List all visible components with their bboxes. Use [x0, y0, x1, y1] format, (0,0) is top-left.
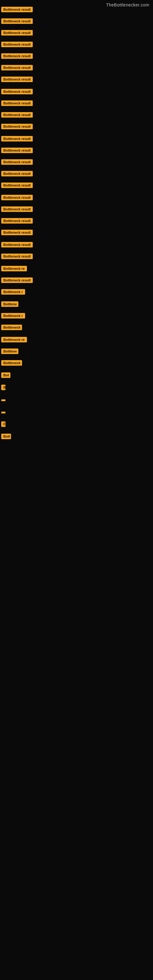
bottleneck-label: Bottlene [1, 301, 18, 307]
bottleneck-label: Bottlene [1, 348, 18, 354]
bottleneck-item: Bottleneck re [1, 266, 27, 272]
bottleneck-item: Bottleneck result [1, 89, 33, 95]
bottleneck-label: Bottleneck result [1, 242, 33, 247]
bottleneck-label: Bottleneck result [1, 254, 33, 259]
bottleneck-item: Bottleneck result [1, 18, 33, 25]
bottleneck-label: Bottleneck result [1, 7, 33, 12]
bottleneck-label [1, 412, 5, 414]
bottleneck-item: Bottleneck r [1, 289, 25, 296]
bottleneck-item: Bott [1, 434, 11, 441]
bottleneck-label: Bot [1, 372, 10, 378]
bottleneck-item: Bottleneck result [1, 277, 33, 284]
bottleneck-label: Bottleneck result [1, 148, 33, 153]
bottleneck-item: Bottleneck [1, 360, 22, 367]
bottleneck-label: Bottleneck [1, 325, 22, 330]
bottleneck-item: Bottleneck result [1, 254, 33, 260]
bottleneck-label: Bottleneck result [1, 65, 33, 70]
bottleneck-item: Bot [1, 372, 10, 379]
bottleneck-item: Bottleneck result [1, 218, 33, 225]
bottleneck-item: Bottleneck result [1, 41, 33, 48]
bottleneck-label: Bottleneck r [1, 313, 25, 318]
bottleneck-item: Bottleneck result [1, 207, 33, 213]
bottleneck-item: Bottleneck result [1, 136, 33, 143]
bottleneck-item: Bottleneck result [1, 65, 33, 72]
bottleneck-label: Bottleneck result [1, 112, 33, 118]
bottleneck-item: Bottleneck result [1, 7, 33, 13]
bottleneck-label [1, 399, 5, 401]
bottleneck-item: B [1, 385, 5, 391]
bottleneck-item [1, 397, 5, 402]
bottleneck-label: Bottleneck re [1, 266, 27, 271]
bottleneck-label: B [1, 385, 5, 390]
bottleneck-item: Bottleneck result [1, 183, 33, 189]
bottleneck-label: Bottleneck result [1, 53, 33, 59]
bottleneck-label: Bottleneck r [1, 289, 25, 294]
bottleneck-label: Bottleneck result [1, 41, 33, 47]
bottleneck-item: Bottleneck [1, 325, 22, 331]
bottleneck-item: Bottleneck re [1, 337, 27, 344]
bottleneck-label: Bottleneck result [1, 207, 33, 212]
bottleneck-label: Bottleneck re [1, 337, 27, 342]
bottleneck-label: Bottleneck result [1, 277, 33, 283]
bottleneck-item: Bottlene [1, 348, 18, 355]
bottleneck-item: Bottleneck result [1, 100, 33, 107]
bottleneck-item: Bottleneck result [1, 230, 33, 236]
bottleneck-item [1, 409, 5, 415]
bottleneck-item: Bottleneck result [1, 159, 33, 166]
bottleneck-item: Bottleneck result [1, 171, 33, 178]
bottleneck-item: Bottlene [1, 301, 18, 308]
bottleneck-item: Bottleneck result [1, 76, 33, 83]
bottleneck-label: Bottleneck result [1, 218, 33, 224]
bottleneck-label: Bott [1, 434, 11, 439]
bottleneck-item: Bottleneck result [1, 195, 33, 202]
bottleneck-label: Bottleneck [1, 360, 22, 366]
bottleneck-item: Bottleneck result [1, 112, 33, 119]
bottleneck-label: Bottleneck result [1, 183, 33, 188]
bottleneck-item: Bottleneck result [1, 148, 33, 154]
bottleneck-item: F [1, 422, 5, 428]
bottleneck-label: Bottleneck result [1, 136, 33, 142]
bottleneck-label: Bottleneck result [1, 159, 33, 165]
bottleneck-item: Bottleneck result [1, 124, 33, 130]
bottleneck-label: Bottleneck result [1, 100, 33, 106]
bottleneck-item: Bottleneck r [1, 313, 25, 320]
bottleneck-label: Bottleneck result [1, 18, 33, 24]
bottleneck-label: Bottleneck result [1, 76, 33, 82]
bottleneck-label: Bottleneck result [1, 171, 33, 177]
bottleneck-label: Bottleneck result [1, 30, 33, 35]
bottleneck-item: Bottleneck result [1, 242, 33, 249]
bottleneck-item: Bottleneck result [1, 53, 33, 60]
bottleneck-label: F [1, 422, 5, 427]
bottleneck-label: Bottleneck result [1, 195, 33, 200]
bottleneck-label: Bottleneck result [1, 124, 33, 129]
bottleneck-label: Bottleneck result [1, 89, 33, 94]
bottleneck-item: Bottleneck result [1, 30, 33, 37]
bottleneck-label: Bottleneck result [1, 230, 33, 235]
